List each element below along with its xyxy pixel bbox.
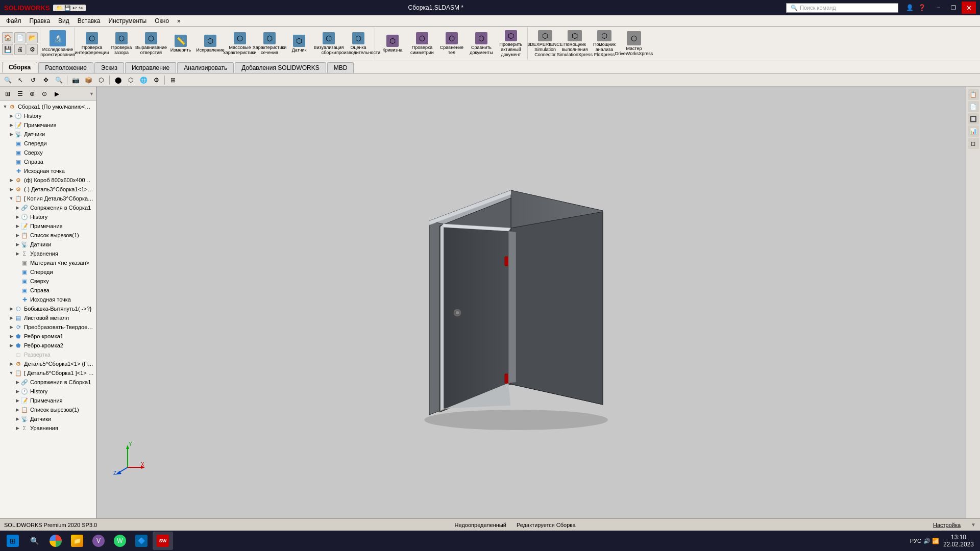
property-manager-btn[interactable]: ☰ bbox=[14, 88, 26, 99]
view-display-btn[interactable]: ⬤ bbox=[112, 74, 124, 86]
symmetry-btn[interactable]: ⬡ Проверка симметрии bbox=[408, 29, 436, 59]
solidworks-taskbar-btn[interactable]: SW bbox=[153, 532, 173, 550]
viewport[interactable]: Y X Z bbox=[97, 87, 966, 518]
menu-edit[interactable]: Правка bbox=[26, 16, 55, 26]
tree-part1[interactable]: ▶ ⚙ (ф) Короб 800х600х400<1> (По ... bbox=[0, 176, 96, 185]
settings-status[interactable]: Настройка bbox=[933, 522, 961, 528]
tab-assembly[interactable]: Сборка bbox=[2, 62, 37, 73]
save-btn[interactable]: 💾 bbox=[2, 44, 13, 55]
section-btn[interactable]: ⬡ Характеристики сечения bbox=[255, 29, 284, 59]
display-manager-btn[interactable]: ⊙ bbox=[39, 88, 50, 99]
tree-copy2[interactable]: ▼ 📋 [ Деталь6^Сборка1 ]<1> (По у... bbox=[0, 368, 96, 378]
tree-sensors-2[interactable]: ▶ 📡 Датчики bbox=[0, 240, 96, 249]
tree-edge2[interactable]: ▶ ⬟ Ребро-кромка2 bbox=[0, 341, 96, 350]
tree-convert[interactable]: ▶ ⟳ Преобразовать-Твердое те... bbox=[0, 322, 96, 332]
viber-btn[interactable]: V bbox=[88, 532, 109, 550]
tree-eq-2[interactable]: ▶ Σ Уравнения bbox=[0, 423, 96, 433]
config-manager-btn[interactable]: ⊕ bbox=[27, 88, 38, 99]
tree-material[interactable]: ▣ Материал <не указан> bbox=[0, 258, 96, 267]
tab-analyze[interactable]: Анализировать bbox=[177, 62, 234, 73]
design-exploration-btn[interactable]: 🔬 Исследование проектирования bbox=[43, 29, 72, 59]
3dexp-btn[interactable]: ⬡ 3DEXPERIENCE Simulation Connector bbox=[531, 29, 559, 59]
tab-repair[interactable]: Исправление bbox=[125, 62, 176, 73]
help-icon[interactable]: ❓ bbox=[917, 3, 927, 13]
right-btn-3[interactable]: 🔲 bbox=[968, 113, 979, 124]
floxpress-btn[interactable]: ⬡ Помощник анализа FloXpress bbox=[590, 29, 619, 59]
simxpress-btn[interactable]: ⬡ Помощник выполнения SimulationXpress bbox=[560, 29, 589, 59]
view-camera-btn[interactable]: 📷 bbox=[70, 74, 81, 86]
tree-right-2[interactable]: ▣ Справа bbox=[0, 286, 96, 295]
mass-btn[interactable]: ⬡ Массовые характеристики bbox=[226, 29, 254, 59]
tree-part2[interactable]: ▶ ⚙ (-) Деталь3^Сборка1<1> -> ( bbox=[0, 185, 96, 194]
tree-root[interactable]: ▼ ⚙ Сборка1 (По умолчанию<По у... bbox=[0, 102, 96, 111]
new-btn[interactable]: 📄 bbox=[14, 32, 26, 43]
tab-layout[interactable]: Расположение bbox=[38, 62, 93, 73]
view-select-btn[interactable]: ↖ bbox=[15, 74, 26, 86]
print-btn[interactable]: 🖨 bbox=[14, 44, 26, 55]
user-icon[interactable]: 👤 bbox=[904, 3, 915, 13]
right-btn-2[interactable]: 📄 bbox=[968, 101, 979, 112]
tab-addins[interactable]: Добавления SOLIDWORKS bbox=[235, 62, 326, 73]
tree-boss[interactable]: ▶ ⬡ Бобышка-Вытянуть1( ->?} bbox=[0, 304, 96, 313]
tree-top[interactable]: ▣ Сверху bbox=[0, 148, 96, 157]
tab-mbd[interactable]: MBD bbox=[327, 62, 354, 73]
view-wire-btn[interactable]: ⬡ bbox=[125, 74, 136, 86]
feature-manager-btn[interactable]: ⊞ bbox=[2, 88, 13, 99]
expand-panel-btn[interactable]: ▶ bbox=[51, 88, 62, 99]
tree-top-2[interactable]: ▣ Сверху bbox=[0, 277, 96, 286]
compare-bodies-btn[interactable]: ⬡ Сравнение тел bbox=[437, 29, 466, 59]
right-btn-1[interactable]: 📋 bbox=[968, 89, 979, 100]
tree-notes-2[interactable]: ▶ 📝 Примечания bbox=[0, 221, 96, 231]
settings-small-btn[interactable]: ⚙ bbox=[27, 44, 38, 55]
tree-history-3[interactable]: ▶ 🕐 History bbox=[0, 387, 96, 396]
view-more-btn[interactable]: ⚙ bbox=[151, 74, 162, 86]
menu-tools[interactable]: Инструменты bbox=[104, 16, 151, 26]
tab-sketch[interactable]: Эскиз bbox=[94, 62, 124, 73]
interference-btn[interactable]: ⬡ Проверка интерференции bbox=[78, 29, 106, 59]
view-render-btn[interactable]: 🌐 bbox=[138, 74, 149, 86]
minimize-btn[interactable]: − bbox=[931, 2, 945, 14]
view-rotate-btn[interactable]: ↺ bbox=[28, 74, 39, 86]
sensor-btn[interactable]: ⬡ Датчик bbox=[285, 29, 313, 59]
right-btn-4[interactable]: 📊 bbox=[968, 126, 979, 137]
start-btn[interactable]: ⊞ bbox=[3, 532, 23, 550]
app1-btn[interactable]: 🔷 bbox=[131, 532, 152, 550]
tree-cutlist-2[interactable]: ▶ 📋 Список вырезов(1) bbox=[0, 405, 96, 414]
tree-front[interactable]: ▣ Спереди bbox=[0, 139, 96, 148]
tree-notes-3[interactable]: ▶ 📝 Примечания bbox=[0, 396, 96, 405]
tree-history-1[interactable]: ▶ 🕐 History bbox=[0, 111, 96, 120]
tree-sensors-3[interactable]: ▶ 📡 Датчики bbox=[0, 414, 96, 423]
menu-more[interactable]: » bbox=[173, 16, 185, 26]
menu-window[interactable]: Окно bbox=[151, 16, 173, 26]
view-section-btn[interactable]: ⬡ bbox=[95, 74, 107, 86]
search-taskbar-btn[interactable]: 🔍 bbox=[24, 532, 44, 550]
view-zoom2-btn[interactable]: 🔍 bbox=[53, 74, 64, 86]
tree-notes-1[interactable]: ▶ 📝 Примечания bbox=[0, 120, 96, 130]
repair-btn[interactable]: ⬡ Исправление bbox=[196, 29, 225, 59]
tree-edge1[interactable]: ▶ ⬟ Ребро-кромка1 bbox=[0, 332, 96, 341]
close-btn[interactable]: ✕ bbox=[962, 2, 976, 14]
menu-file[interactable]: Файл bbox=[2, 16, 26, 26]
check-doc-btn[interactable]: ⬡ Проверить активный документ bbox=[497, 29, 525, 59]
tree-copy1[interactable]: ▼ 📋 [ Копия Деталь3^Сборка1 ]<1>... bbox=[0, 194, 96, 203]
explorer-btn[interactable]: 📁 bbox=[67, 532, 87, 550]
tree-sheetmetal[interactable]: ▶ ▤ Листовой металл bbox=[0, 313, 96, 322]
whatsapp-btn[interactable]: W bbox=[110, 532, 130, 550]
tree-part5[interactable]: ▶ ⚙ Деталь5^Сборка1<1> (По у... bbox=[0, 359, 96, 368]
curvature-btn[interactable]: ⬡ Кривизна bbox=[378, 29, 407, 59]
holes-btn[interactable]: ⬡ Выравнивание отверстий bbox=[137, 29, 165, 59]
chrome-btn[interactable] bbox=[45, 532, 66, 550]
tree-history-2[interactable]: ▶ 🕐 History bbox=[0, 212, 96, 221]
tree-right[interactable]: ▣ Справа bbox=[0, 157, 96, 166]
tree-origin-2[interactable]: ✚ Исходная точка bbox=[0, 295, 96, 304]
view-pan-btn[interactable]: ✥ bbox=[40, 74, 52, 86]
measure-btn[interactable]: 📏 Измерить bbox=[166, 29, 195, 59]
tree-sensors-1[interactable]: ▶ 📡 Датчики bbox=[0, 130, 96, 139]
clearance-btn[interactable]: ⬡ Проверка зазора bbox=[107, 29, 136, 59]
home-btn[interactable]: 🏠 bbox=[2, 32, 13, 43]
driveworks-btn[interactable]: ⬡ Мастер DriveWorksXpress bbox=[620, 29, 648, 59]
view-extra-btn[interactable]: ⊞ bbox=[167, 74, 179, 86]
tree-cutlist-1[interactable]: ▶ 📋 Список вырезов(1) bbox=[0, 231, 96, 240]
tree-mates-2[interactable]: ▶ 🔗 Сопряжения в Сборка1 bbox=[0, 378, 96, 387]
menu-view[interactable]: Вид bbox=[54, 16, 74, 26]
